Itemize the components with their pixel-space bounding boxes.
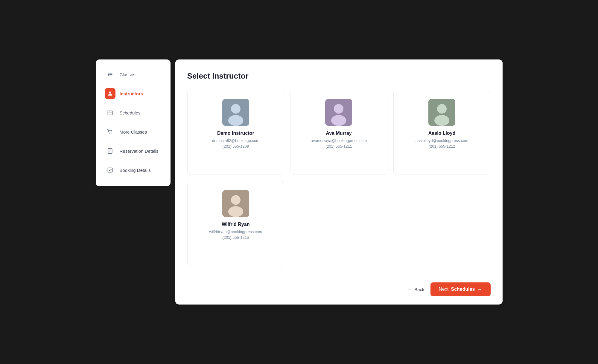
app-wrapper: Classes Instructors Schedules (96, 59, 503, 305)
svg-point-28 (231, 195, 241, 205)
svg-point-26 (434, 115, 449, 126)
sidebar-item-schedules[interactable]: Schedules (101, 104, 166, 122)
avatar-initials (325, 99, 352, 126)
checkbox-icon (105, 165, 115, 175)
instructor-email: avamurraya@bookingpress.com (311, 138, 367, 143)
svg-point-23 (331, 115, 346, 126)
svg-point-20 (228, 115, 243, 126)
svg-point-25 (437, 104, 447, 114)
instructor-name: Wilfrid Ryan (222, 222, 249, 227)
next-label-bold: Schedules (451, 287, 475, 292)
sidebar-item-reservation-details[interactable]: Reservation Details (101, 142, 166, 160)
instructor-phone: (201) 555-1209 (222, 144, 249, 149)
avatar-wilfrid (222, 190, 249, 217)
instructor-card-wilfrid[interactable]: Wilfrid Ryan wilfridryan@bookingpress.co… (187, 181, 284, 266)
instructor-name: Ava Murray (326, 131, 352, 136)
sidebar-item-label: Classes (120, 72, 136, 77)
sidebar: Classes Instructors Schedules (96, 59, 171, 186)
instructor-email: demostaff2@bookingp.com (212, 138, 259, 143)
svg-point-11 (109, 133, 110, 134)
sidebar-item-label: Reservation Details (120, 149, 159, 154)
main-panel: Select Instructor Demo Instructor demost… (175, 59, 503, 305)
instructor-name: Demo Instructor (217, 131, 254, 136)
avatar-initials (428, 99, 455, 126)
document-icon (105, 146, 115, 156)
svg-point-29 (228, 206, 243, 217)
sidebar-item-label: Instructors (120, 91, 143, 96)
avatar-initials (222, 99, 249, 126)
avatar-aaslo (428, 99, 455, 126)
calendar-icon (105, 107, 115, 118)
instructor-email: aaslolloyd@bookingpress.com (416, 138, 468, 143)
svg-rect-7 (108, 111, 112, 115)
sidebar-item-more-classes[interactable]: More Classes (101, 123, 166, 141)
instructor-card-ava[interactable]: Ava Murray avamurraya@bookingpress.com (… (290, 90, 387, 175)
instructor-email: wilfridryan@bookingpress.com (209, 230, 262, 234)
next-arrow: → (477, 287, 482, 292)
back-button[interactable]: ← Back (407, 287, 424, 292)
instructor-phone: (201) 555-1215 (222, 235, 249, 240)
avatar-demo (222, 99, 249, 126)
instructor-phone: (201) 555-1211 (325, 144, 352, 149)
instructor-name: Aaslo Lloyd (428, 131, 456, 136)
svg-point-12 (111, 133, 112, 134)
svg-rect-4 (109, 74, 112, 75)
cart-icon (105, 126, 115, 137)
back-arrow: ← (407, 287, 412, 292)
avatar-initials (222, 190, 249, 217)
svg-rect-2 (108, 75, 109, 76)
instructor-grid: Demo Instructor demostaff2@bookingp.com … (187, 90, 491, 266)
svg-rect-0 (108, 73, 109, 74)
svg-point-22 (334, 104, 343, 114)
instructor-phone: (201) 555-1212 (429, 144, 455, 149)
svg-rect-3 (109, 73, 112, 74)
svg-point-6 (109, 91, 111, 94)
sidebar-item-booking-details[interactable]: Booking Details (101, 161, 166, 179)
list-icon (105, 69, 115, 80)
instructor-card-aaslo[interactable]: Aaslo Lloyd aaslolloyd@bookingpress.com … (393, 90, 491, 175)
bottom-bar: ← Back Next Schedules → (187, 275, 491, 305)
svg-rect-5 (109, 76, 112, 76)
svg-point-19 (231, 104, 241, 114)
page-title: Select Instructor (187, 71, 491, 81)
next-schedules-button[interactable]: Next Schedules → (430, 282, 491, 296)
next-label-regular: Next (439, 287, 449, 292)
sidebar-item-classes[interactable]: Classes (101, 65, 166, 83)
svg-rect-1 (108, 74, 109, 75)
instructor-card-demo[interactable]: Demo Instructor demostaff2@bookingp.com … (187, 90, 284, 175)
sidebar-item-instructors[interactable]: Instructors (101, 85, 166, 103)
sidebar-item-label: More Classes (120, 129, 147, 134)
back-label: Back (414, 287, 424, 292)
sidebar-item-label: Schedules (120, 110, 141, 115)
avatar-ava (325, 99, 352, 126)
sidebar-item-label: Booking Details (120, 168, 151, 173)
person-icon (105, 88, 115, 99)
